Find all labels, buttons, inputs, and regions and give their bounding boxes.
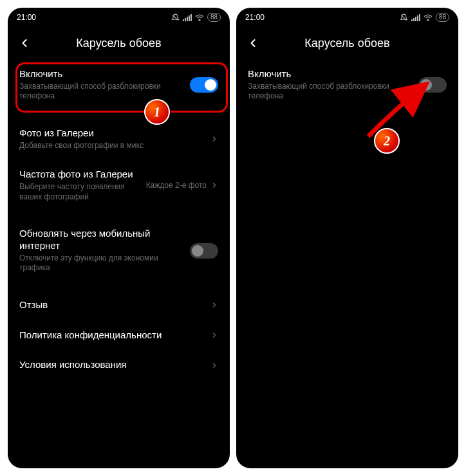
page-title: Карусель обоев: [13, 37, 225, 50]
row-subtitle: Захватывающий способ разблокировки телеф…: [248, 82, 418, 102]
chevron-right-icon: [210, 301, 218, 309]
toggle-knob: [420, 79, 432, 91]
svg-point-11: [427, 19, 429, 21]
status-time: 21:00: [245, 13, 265, 22]
battery-pill: 88: [207, 13, 221, 22]
chevron-right-icon: [210, 362, 218, 369]
svg-rect-2: [187, 17, 188, 21]
dnd-icon: [400, 14, 408, 22]
svg-rect-1: [185, 18, 186, 21]
settings-list: Включить Захватывающий способ разблокиро…: [8, 59, 230, 380]
toggle-knob: [205, 79, 216, 91]
settings-list: Включить Захватывающий способ разблокиро…: [236, 59, 458, 111]
svg-rect-0: [183, 19, 184, 21]
chevron-right-icon: [210, 181, 218, 189]
svg-rect-3: [189, 15, 190, 21]
row-title: Фото из Галереи: [19, 127, 210, 140]
row-gallery[interactable]: Фото из Галереи Добавьте свои фотографии…: [19, 118, 218, 160]
header: Карусель обоев: [236, 27, 458, 59]
svg-rect-10: [419, 14, 420, 21]
page-title: Карусель обоев: [241, 37, 453, 50]
row-title: Частота фото из Галереи: [19, 169, 146, 181]
row-title: Включить: [19, 68, 190, 80]
mobile-data-toggle[interactable]: [190, 243, 218, 259]
row-subtitle: Захватывающий способ разблокировки телеф…: [19, 82, 190, 102]
header: Карусель обоев: [8, 27, 230, 59]
svg-rect-4: [191, 14, 192, 21]
status-bar: 21:00 88: [8, 8, 230, 27]
row-privacy[interactable]: Политика конфиденциальности: [19, 320, 218, 351]
row-title: Отзыв: [19, 299, 210, 311]
row-enable[interactable]: Включить Захватывающий способ разблокиро…: [19, 59, 218, 111]
svg-point-5: [199, 19, 200, 21]
signal-icon: [411, 14, 420, 21]
annotation-badge-2: 2: [374, 128, 400, 154]
screenshot-pair: 21:00 88 Карусель обоев Включить Захваты…: [0, 0, 466, 476]
status-bar: 21:00 88: [236, 8, 458, 27]
phone-right: 21:00 88 Карусель обоев Включить Захваты…: [236, 8, 458, 468]
row-value: Каждое 2-е фото: [146, 181, 207, 190]
toggle-knob: [192, 245, 203, 257]
svg-rect-6: [411, 19, 413, 21]
svg-rect-7: [413, 18, 415, 21]
chevron-right-icon: [210, 331, 218, 339]
row-title: Включить: [248, 68, 418, 80]
battery-pill: 88: [436, 13, 449, 22]
row-subtitle: Добавьте свои фотографии в микс: [19, 141, 210, 151]
signal-icon: [183, 14, 192, 21]
phone-left: 21:00 88 Карусель обоев Включить Захваты…: [8, 8, 230, 468]
svg-rect-8: [415, 17, 416, 21]
row-title: Политика конфиденциальности: [19, 329, 210, 342]
row-mobile-data[interactable]: Обновлять через мобильный интернет Отклю…: [19, 219, 218, 282]
row-title: Обновлять через мобильный интернет: [19, 228, 190, 252]
enable-toggle[interactable]: [418, 77, 447, 93]
row-terms[interactable]: Условия использования: [19, 350, 218, 380]
enable-toggle[interactable]: [190, 77, 218, 93]
chevron-right-icon: [210, 135, 218, 143]
annotation-badge-1: 1: [144, 99, 170, 125]
status-icons: 88: [400, 13, 449, 22]
dnd-icon: [171, 14, 180, 22]
row-title: Условия использования: [19, 359, 210, 371]
row-feedback[interactable]: Отзыв: [19, 290, 218, 320]
wifi-icon: [424, 14, 433, 21]
row-frequency[interactable]: Частота фото из Галереи Выберите частоту…: [19, 160, 218, 211]
svg-rect-9: [417, 15, 418, 21]
row-subtitle: Отключите эту функцию для экономии трафи…: [19, 253, 190, 273]
row-enable[interactable]: Включить Захватывающий способ разблокиро…: [248, 59, 447, 111]
wifi-icon: [195, 14, 204, 21]
status-icons: 88: [171, 13, 221, 22]
status-time: 21:00: [17, 13, 36, 22]
row-subtitle: Выберите частоту появления ваших фотогра…: [19, 182, 146, 202]
